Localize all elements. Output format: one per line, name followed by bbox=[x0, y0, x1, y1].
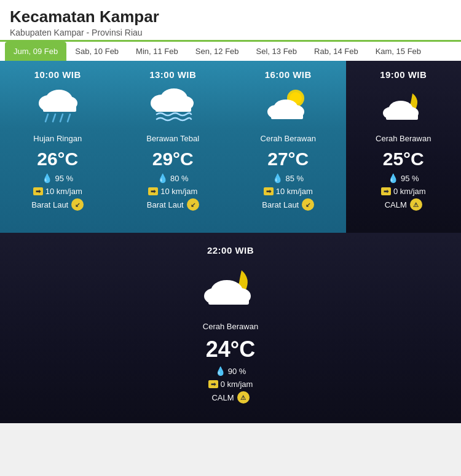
page-header: Kecamatan Kampar Kabupaten Kampar - Prov… bbox=[0, 0, 461, 40]
temp-19: 25°C bbox=[383, 149, 424, 170]
droplet-icon-19: 💧 bbox=[388, 173, 398, 183]
weather-grid-top: 10:00 WIB Hujan Ringan 26°C 💧 95 % ➡ 1 bbox=[0, 61, 461, 233]
condition-10: Hujan Ringan bbox=[33, 134, 82, 145]
partly-cloudy-night-icon-19 bbox=[379, 86, 428, 129]
time-label-10: 10:00 WIB bbox=[34, 69, 81, 80]
date-tabs: Jum, 09 Feb Sab, 10 Feb Min, 11 Feb Sen,… bbox=[0, 40, 461, 61]
droplet-icon-10: 💧 bbox=[42, 173, 52, 183]
time-label-16: 16:00 WIB bbox=[265, 69, 312, 80]
wind-icon-19: ➡ bbox=[381, 187, 391, 195]
svg-rect-11 bbox=[156, 102, 191, 112]
humidity-22: 💧 90 % bbox=[215, 366, 246, 376]
humidity-13: 💧 80 % bbox=[157, 173, 189, 183]
svg-rect-3 bbox=[43, 103, 76, 112]
humidity-19: 💧 95 % bbox=[388, 173, 419, 183]
time-label-22: 22:00 WIB bbox=[207, 245, 254, 256]
tab-thu[interactable]: Kam, 15 Feb bbox=[367, 42, 430, 61]
temp-22: 24°C bbox=[206, 337, 255, 362]
page-subtitle: Kabupaten Kampar - Provinsi Riau bbox=[10, 28, 451, 37]
tab-mon[interactable]: Sen, 12 Feb bbox=[187, 42, 248, 61]
forecast-10: 10:00 WIB Hujan Ringan 26°C 💧 95 % ➡ 1 bbox=[0, 61, 116, 233]
humidity-16: 💧 85 % bbox=[272, 173, 304, 183]
weather-grid-bottom: 22:00 WIB Cerah Berawan 24°C 💧 90 % ➡ 0 … bbox=[0, 233, 461, 423]
compass-icon-13: ↙ bbox=[187, 198, 199, 211]
tab-sun[interactable]: Min, 11 Feb bbox=[127, 42, 187, 61]
svg-line-5 bbox=[53, 114, 55, 122]
partly-cloudy-day-icon bbox=[264, 86, 313, 129]
condition-13: Berawan Tebal bbox=[146, 134, 199, 145]
compass-icon-22: ⚠ bbox=[237, 391, 250, 404]
temp-10: 26°C bbox=[37, 149, 78, 170]
direction-10: Barat Laut ↙ bbox=[31, 198, 84, 211]
svg-rect-17 bbox=[271, 111, 303, 119]
forecast-13: 13:00 WIB Berawan Tebal 29°C 💧 80 % ➡ 10… bbox=[116, 61, 231, 233]
wind-13: ➡ 10 km/jam bbox=[148, 187, 197, 196]
droplet-icon-16: 💧 bbox=[272, 173, 283, 183]
wind-icon-13: ➡ bbox=[148, 187, 158, 195]
direction-16: Barat Laut ↙ bbox=[262, 198, 314, 211]
forecast-16: 16:00 WIB Cerah Berawan 27°C 💧 85 % ➡ 10… bbox=[230, 61, 346, 233]
direction-19: CALM ⚠ bbox=[385, 198, 422, 211]
wind-16: ➡ 10 km/jam bbox=[264, 187, 313, 196]
page-title: Kecamatan Kampar bbox=[10, 7, 451, 26]
partly-cloudy-night-icon-22 bbox=[200, 262, 261, 317]
droplet-icon-22: 💧 bbox=[215, 366, 226, 376]
compass-icon-19: ⚠ bbox=[410, 198, 422, 211]
tab-wed[interactable]: Rab, 14 Feb bbox=[305, 42, 367, 61]
wind-22: ➡ 0 km/jam bbox=[208, 380, 253, 389]
svg-line-7 bbox=[68, 114, 70, 122]
wind-icon-10: ➡ bbox=[33, 187, 43, 195]
rain-icon bbox=[33, 86, 82, 129]
svg-rect-25 bbox=[208, 294, 249, 305]
compass-icon-16: ↙ bbox=[302, 198, 314, 211]
time-label-19: 19:00 WIB bbox=[380, 69, 427, 80]
droplet-icon-13: 💧 bbox=[157, 173, 168, 183]
direction-13: Barat Laut ↙ bbox=[147, 198, 199, 211]
wind-icon-16: ➡ bbox=[264, 187, 274, 195]
temp-13: 29°C bbox=[152, 149, 194, 170]
wind-19: ➡ 0 km/jam bbox=[381, 187, 426, 196]
forecast-19: 19:00 WIB Cerah Berawan 25°C 💧 95 % ➡ 0 … bbox=[346, 61, 462, 233]
svg-rect-21 bbox=[386, 112, 418, 120]
tab-sat[interactable]: Sab, 10 Feb bbox=[66, 42, 127, 61]
condition-22: Cerah Berawan bbox=[203, 322, 258, 333]
wind-10: ➡ 10 km/jam bbox=[33, 187, 82, 196]
svg-line-4 bbox=[45, 114, 48, 122]
cloud-heavy-icon bbox=[148, 86, 197, 129]
tab-fri[interactable]: Jum, 09 Feb bbox=[5, 42, 66, 61]
time-label-13: 13:00 WIB bbox=[149, 69, 196, 80]
condition-16: Cerah Berawan bbox=[261, 134, 316, 145]
humidity-10: 💧 95 % bbox=[42, 173, 73, 183]
condition-19: Cerah Berawan bbox=[376, 134, 431, 145]
direction-22: CALM ⚠ bbox=[211, 391, 249, 404]
forecast-22: 22:00 WIB Cerah Berawan 24°C 💧 90 % ➡ 0 … bbox=[0, 233, 461, 423]
svg-line-6 bbox=[60, 114, 63, 122]
temp-16: 27°C bbox=[267, 149, 309, 170]
compass-icon-10: ↙ bbox=[71, 198, 84, 211]
wind-icon-22: ➡ bbox=[208, 380, 218, 388]
tab-tue[interactable]: Sel, 13 Feb bbox=[248, 42, 306, 61]
